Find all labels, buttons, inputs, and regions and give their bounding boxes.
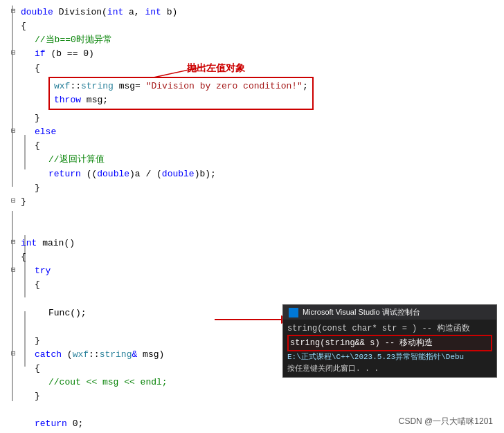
terminal-line-2: string(string&& s) -- 移动构造 xyxy=(287,335,492,351)
throw-msg: msg; xyxy=(87,95,108,105)
paren-catch-open: ( xyxy=(67,348,73,362)
type-string: string xyxy=(81,81,114,91)
brace-catch-close: } xyxy=(35,389,40,403)
brace-if-open: { xyxy=(35,62,40,75)
brace-try-close: } xyxy=(35,334,40,348)
cast-b: )b); xyxy=(195,167,216,181)
code-line-9: ⊟ else xyxy=(21,125,504,139)
code-line-5: { xyxy=(21,62,504,75)
code-line-8: } xyxy=(21,111,504,125)
terminal-path: E:\正式课程\C++\2023.5.23异常智能指针\Debu xyxy=(287,351,492,363)
param-b: b) xyxy=(167,6,178,19)
code-line-main: ⊟ int main() xyxy=(21,237,504,250)
blank-line-2 xyxy=(21,223,504,237)
code-line-4: ⊟ if (b == 0) xyxy=(21,47,504,61)
ns-sep1: :: xyxy=(70,81,81,91)
ns-wxf: wxf xyxy=(54,81,70,91)
comment-cout: //cout << msg << endl; xyxy=(48,376,168,389)
ns-sep2: :: xyxy=(89,348,100,362)
code-line-try: ⊟ try xyxy=(21,264,504,278)
func-call: Func(); xyxy=(48,306,87,320)
brace-if-close: } xyxy=(35,111,40,125)
brace-else-close: } xyxy=(35,181,40,195)
code-line-3: //当b==0时抛异常 xyxy=(21,33,504,47)
keyword-try: try xyxy=(35,264,51,278)
terminal-popup: Microsoft Visual Studio 调试控制台 string(con… xyxy=(282,304,497,378)
code-line-14: ⊟ } xyxy=(21,195,504,209)
cast-a: )a / ( xyxy=(129,167,162,181)
keyword-throw: throw xyxy=(54,95,81,105)
watermark: CSDN @一只大喵咪1201 xyxy=(399,416,493,427)
code-line-catch-close: } xyxy=(21,389,504,403)
var-msg: msg= xyxy=(119,81,141,91)
comment-1: //当b==0时抛异常 xyxy=(35,33,112,47)
cast-double1: double xyxy=(97,167,129,181)
wxf-string-line: wxf::string msg= "Division by zero condi… xyxy=(54,80,308,93)
cast-double2: double xyxy=(162,167,195,181)
keyword-else: else xyxy=(35,125,56,139)
string-type: string xyxy=(100,348,132,362)
keyword-return: return xyxy=(48,167,81,181)
code-line-redbox: wxf::string msg= "Division by zero condi… xyxy=(21,75,504,111)
brace-open: { xyxy=(21,19,26,33)
paren-open: (( xyxy=(87,167,98,181)
brace-try-open: { xyxy=(35,278,40,292)
ref-amp: & xyxy=(132,348,137,362)
code-line-2: { xyxy=(21,19,504,33)
if-condition: (b == 0) xyxy=(51,47,93,61)
keyword-return-main: return xyxy=(35,417,67,431)
code-line-12: return ((double)a / (double)b); xyxy=(21,167,504,181)
return-zero: 0; xyxy=(73,417,84,431)
expand-icon-3[interactable]: ⊟ xyxy=(11,125,16,137)
terminal-body: string(const char* str = ) -- 构造函数 strin… xyxy=(283,320,496,377)
wxf-ns: wxf xyxy=(73,348,89,362)
expand-icon-try[interactable]: ⊟ xyxy=(11,264,16,276)
terminal-title: Microsoft Visual Studio 调试控制台 xyxy=(303,307,420,317)
keyword-double: double xyxy=(21,6,53,19)
str-value: "Division by zero condition!" xyxy=(146,81,303,91)
brace-else-open: { xyxy=(35,139,40,153)
keyword-catch: catch xyxy=(35,348,62,362)
terminal-line-1: string(const char* str = ) -- 构造函数 xyxy=(287,324,470,333)
func-name: Division( xyxy=(59,6,107,19)
terminal-press: 按任意键关闭此窗口. . . xyxy=(287,363,492,375)
expand-icon-main[interactable]: ⊟ xyxy=(11,237,16,248)
code-line-13: } xyxy=(21,181,504,195)
red-box-throw: wxf::string msg= "Division by zero condi… xyxy=(48,77,314,110)
code-line-1: ⊟ double Division(int a, int b) xyxy=(21,6,504,19)
code-line-10: { xyxy=(21,139,504,153)
param-a: a, xyxy=(129,6,140,19)
keyword-if: if xyxy=(35,47,46,61)
annotation-throw: 抛出左值对象 xyxy=(187,61,245,76)
semicolon1: ; xyxy=(303,81,308,91)
vs-icon xyxy=(289,308,298,317)
expand-icon-func-close[interactable]: ⊟ xyxy=(11,195,16,207)
throw-line: throw msg; xyxy=(54,93,308,107)
expand-icon-catch[interactable]: ⊟ xyxy=(11,348,16,360)
brace-func-close: } xyxy=(21,195,26,209)
blank-line-1 xyxy=(21,209,504,223)
keyword-int-main: int xyxy=(21,237,37,250)
code-line-cout: //cout << msg << endl; xyxy=(21,376,504,389)
code-line-11: //返回计算值 xyxy=(21,153,504,167)
code-line-try-open: { xyxy=(21,278,504,292)
code-line-main-open: { xyxy=(21,250,504,264)
comment-return: //返回计算值 xyxy=(48,153,105,167)
brace-main-open: { xyxy=(21,250,26,264)
expand-icon-1[interactable]: ⊟ xyxy=(11,6,16,17)
catch-param: msg) xyxy=(143,348,164,362)
brace-catch-open: { xyxy=(35,362,40,376)
expand-icon-2[interactable]: ⊟ xyxy=(11,47,16,59)
code-area: ⊟ double Division(int a, int b) { //当b==… xyxy=(0,0,504,433)
main-func: main() xyxy=(42,237,75,250)
terminal-titlebar: Microsoft Visual Studio 调试控制台 xyxy=(283,305,496,320)
